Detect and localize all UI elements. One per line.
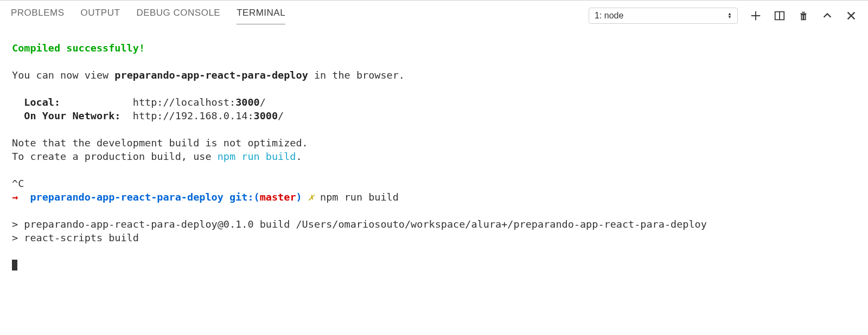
local-port: 3000 <box>235 96 260 108</box>
terminal-panel: PROBLEMS OUTPUT DEBUG CONSOLE TERMINAL 1… <box>0 0 868 335</box>
kill-terminal-button[interactable] <box>797 10 809 22</box>
terminal-output[interactable]: Compiled successfully! You can now view … <box>0 27 868 335</box>
tab-terminal[interactable]: TERMINAL <box>237 8 285 24</box>
select-arrows-icon: ▲▼ <box>727 12 732 19</box>
app-name: preparando-app-react-para-deploy <box>114 69 308 81</box>
compiled-status: Compiled successfully! <box>12 42 145 54</box>
tab-debug-console[interactable]: DEBUG CONSOLE <box>136 8 220 24</box>
prompt-dir: preparando-app-react-para-deploy <box>30 191 223 203</box>
chevron-up-icon <box>821 10 833 22</box>
note-line-1: Note that the development build is not o… <box>12 137 308 149</box>
view-text-prefix: You can now view <box>12 69 114 81</box>
typed-command: npm run build <box>320 191 399 203</box>
ctrl-c: ^C <box>12 178 24 189</box>
network-url-prefix: http://192.168.0.14: <box>133 110 254 121</box>
panel-header-actions: 1: node ▲▼ <box>589 8 857 24</box>
script-line-1: > preparando-app-react-para-deploy@0.1.0… <box>12 218 707 230</box>
note-line-2-prefix: To create a production build, use <box>12 151 218 162</box>
close-icon <box>845 10 857 22</box>
terminal-cursor <box>12 260 17 270</box>
dirty-mark: ✗ <box>308 191 314 203</box>
git-label: git:( <box>229 191 260 203</box>
new-terminal-button[interactable] <box>750 10 762 22</box>
prompt-arrow: → <box>12 191 18 203</box>
view-text-suffix: in the browser. <box>308 69 405 81</box>
trash-icon <box>797 10 809 22</box>
network-port: 3000 <box>254 110 278 121</box>
split-icon <box>774 10 786 22</box>
terminal-selector[interactable]: 1: node ▲▼ <box>589 8 738 24</box>
panel-tabs: PROBLEMS OUTPUT DEBUG CONSOLE TERMINAL <box>11 8 589 24</box>
network-url-suffix: / <box>278 110 284 121</box>
local-url-suffix: / <box>260 96 266 108</box>
tab-problems[interactable]: PROBLEMS <box>11 8 64 24</box>
terminal-selector-label: 1: node <box>595 11 623 21</box>
plus-icon <box>750 10 762 22</box>
note-line-2-suffix: . <box>296 151 302 162</box>
panel-header: PROBLEMS OUTPUT DEBUG CONSOLE TERMINAL 1… <box>0 1 868 27</box>
network-label: On Your Network: <box>24 110 120 121</box>
git-close: ) <box>296 191 302 203</box>
npm-run-build-hint: npm run build <box>218 151 296 162</box>
split-terminal-button[interactable] <box>774 10 786 22</box>
git-branch: master <box>260 191 296 203</box>
local-url-prefix: http://localhost: <box>133 96 235 108</box>
tab-output[interactable]: OUTPUT <box>80 8 120 24</box>
script-line-2: > react-scripts build <box>12 232 139 243</box>
local-label: Local: <box>24 96 60 108</box>
close-panel-button[interactable] <box>845 10 857 22</box>
maximize-panel-button[interactable] <box>821 10 833 22</box>
